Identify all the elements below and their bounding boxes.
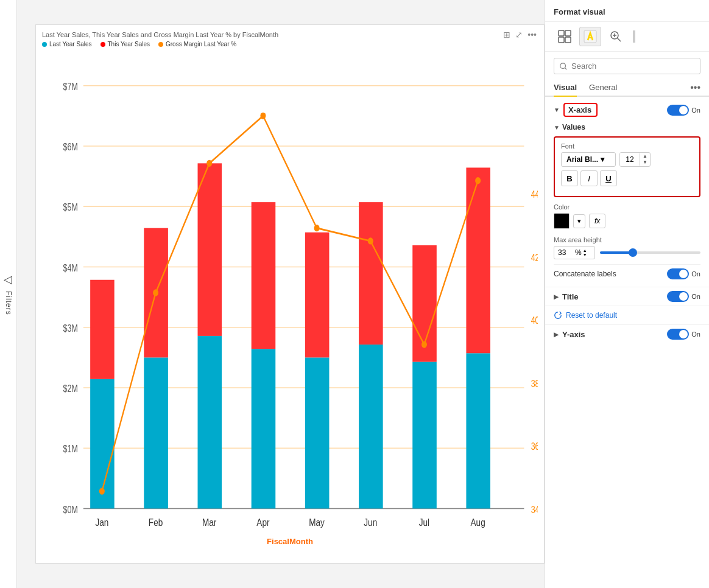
- svg-rect-37: [466, 167, 490, 353]
- underline-button[interactable]: U: [600, 170, 617, 186]
- svg-text:Apr: Apr: [256, 516, 269, 528]
- font-size-down[interactable]: ▼: [640, 159, 650, 166]
- svg-rect-26: [198, 336, 222, 509]
- chart-container: ⊞ ⤢ ••• Last Year Sales, This Year Sales…: [35, 24, 545, 564]
- y-axis-toggle-btn[interactable]: [667, 329, 689, 340]
- font-controls: Arial Bl... ▾ ▲ ▼: [561, 152, 693, 167]
- font-size-control[interactable]: ▲ ▼: [619, 152, 651, 167]
- svg-text:Jun: Jun: [364, 516, 377, 528]
- svg-point-45: [475, 177, 481, 184]
- search-input[interactable]: [571, 61, 695, 71]
- x-axis-section-header[interactable]: ▼ X-axis On: [545, 99, 709, 121]
- svg-text:Jan: Jan: [95, 516, 108, 528]
- svg-point-44: [422, 341, 427, 348]
- concat-label: Concatenate labels: [554, 270, 616, 278]
- color-field-label: Color: [554, 203, 700, 211]
- legend-gross-margin: Gross Margin Last Year %: [158, 41, 236, 47]
- percent-down[interactable]: ▼: [583, 253, 587, 257]
- legend-dot-this-year: [101, 42, 105, 47]
- x-axis-label: X-axis: [563, 103, 598, 117]
- svg-text:40%: 40%: [531, 315, 538, 326]
- italic-button[interactable]: I: [580, 170, 598, 186]
- concat-toggle-label: On: [691, 270, 700, 278]
- legend-dot-gross-margin: [158, 42, 163, 47]
- tab-visual[interactable]: Visual: [554, 79, 577, 97]
- svg-rect-30: [305, 357, 330, 508]
- svg-text:$0M: $0M: [63, 504, 78, 515]
- percent-up[interactable]: ▲: [583, 248, 587, 253]
- svg-rect-56: [559, 37, 564, 43]
- right-panel: Format visual: [545, 0, 709, 588]
- panel-header-title: Format visual: [554, 7, 700, 16]
- search-box[interactable]: [554, 58, 700, 74]
- color-dropdown[interactable]: ▾: [573, 214, 585, 228]
- format-tab-grid-icon[interactable]: [554, 27, 576, 46]
- slider-thumb[interactable]: [629, 248, 637, 257]
- slider-row: % ▲ ▼: [554, 246, 700, 259]
- format-tab-icons: [545, 22, 709, 52]
- svg-text:44%: 44%: [531, 189, 538, 200]
- x-axis-title: FiscalMonth: [42, 537, 538, 546]
- svg-line-61: [618, 38, 621, 42]
- svg-rect-23: [90, 280, 115, 379]
- font-size-up[interactable]: ▲: [640, 153, 650, 159]
- svg-text:38%: 38%: [531, 378, 538, 389]
- more-toolbar-icon[interactable]: •••: [527, 30, 537, 40]
- font-family-selector[interactable]: Arial Bl... ▾: [561, 152, 616, 167]
- bold-button[interactable]: B: [561, 170, 578, 186]
- svg-point-42: [314, 225, 320, 231]
- reset-row[interactable]: Reset to default: [545, 306, 709, 324]
- x-axis-toggle-btn[interactable]: [667, 105, 689, 116]
- legend-dot-last-year: [42, 42, 47, 47]
- color-swatch[interactable]: [554, 213, 570, 229]
- format-tab-paint-icon[interactable]: [579, 27, 601, 46]
- filter-icon: ◁: [4, 273, 13, 286]
- panel-tab-more[interactable]: •••: [690, 82, 700, 93]
- font-size-input[interactable]: [620, 153, 640, 166]
- title-section-header[interactable]: ▶ Title: [554, 292, 579, 301]
- x-axis-toggle[interactable]: On: [667, 105, 700, 116]
- focus-toolbar-icon[interactable]: ⤢: [515, 30, 523, 40]
- y-axis-toggle[interactable]: On: [667, 329, 700, 340]
- search-icon: [559, 62, 568, 71]
- chart-toolbar: ⊞ ⤢ •••: [503, 30, 537, 40]
- svg-text:$7M: $7M: [63, 81, 78, 92]
- svg-text:$2M: $2M: [63, 383, 78, 394]
- tab-general[interactable]: General: [589, 79, 617, 97]
- reset-icon: [554, 311, 562, 320]
- title-label: Title: [562, 292, 579, 301]
- panel-content: ▼ X-axis On ▼ Values Font Arial Bl... ▾: [545, 99, 709, 588]
- legend-label-last-year: Last Year Sales: [49, 41, 92, 47]
- panel-divider: [633, 30, 635, 43]
- y-axis-toggle-label: On: [691, 331, 700, 338]
- slider-control[interactable]: [600, 251, 700, 254]
- concat-toggle-btn[interactable]: [667, 268, 689, 279]
- svg-rect-33: [359, 202, 383, 345]
- format-tab-search-icon[interactable]: [605, 27, 627, 46]
- svg-text:Mar: Mar: [202, 516, 216, 528]
- legend-last-year: Last Year Sales: [42, 41, 92, 47]
- percent-input[interactable]: % ▲ ▼: [554, 246, 595, 259]
- svg-rect-36: [466, 353, 490, 508]
- title-toggle-btn[interactable]: [667, 291, 689, 302]
- title-toggle-label: On: [691, 293, 700, 300]
- values-subsection-header[interactable]: ▼ Values: [554, 123, 700, 131]
- svg-rect-55: [565, 30, 571, 36]
- svg-text:Jul: Jul: [419, 516, 429, 528]
- chart-svg: $0M $1M $2M $3M $4M $5M $6M $7M 34% 36% …: [42, 51, 538, 534]
- filter-toolbar-icon[interactable]: ⊞: [503, 30, 510, 40]
- svg-text:$6M: $6M: [63, 142, 78, 153]
- concat-row: Concatenate labels On: [554, 264, 700, 283]
- slider-fill: [600, 251, 633, 254]
- svg-point-40: [206, 160, 212, 167]
- legend-label-this-year: This Year Sales: [108, 41, 150, 47]
- concat-toggle[interactable]: On: [667, 268, 700, 279]
- y-axis-header[interactable]: ▶ Y-axis: [554, 330, 585, 339]
- filters-sidebar[interactable]: ◁ Filters: [0, 0, 17, 588]
- fx-button[interactable]: fx: [589, 214, 605, 228]
- title-toggle[interactable]: On: [667, 291, 700, 302]
- svg-rect-29: [252, 202, 276, 349]
- font-style-controls: B I U: [561, 170, 693, 186]
- percent-value[interactable]: [558, 248, 575, 257]
- values-label: Values: [562, 123, 585, 131]
